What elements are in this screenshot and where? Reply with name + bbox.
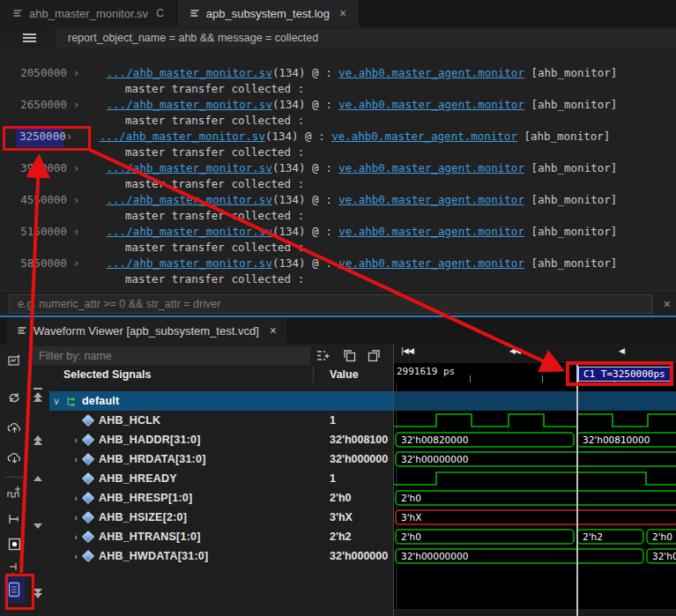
signal-row-ahb-haddr[interactable]: › AHB_HADDR[31:0] 32'h008100: [49, 430, 393, 449]
cloud-download-icon[interactable]: [6, 449, 22, 465]
signal-group-default[interactable]: ∨ default: [49, 391, 393, 411]
svg-text:3'hX: 3'hX: [401, 512, 421, 523]
log-file-icon: [17, 325, 27, 336]
log-timestamp-highlighted[interactable]: 3250000: [16, 126, 63, 147]
expand-caret-icon[interactable]: ›: [73, 194, 79, 206]
menu-icon[interactable]: [23, 32, 36, 44]
chevron-right-icon[interactable]: ›: [71, 551, 81, 561]
page-down-button[interactable]: [33, 589, 42, 598]
signal-row-ahb-hclk[interactable]: AHB_HCLK 1: [49, 411, 393, 430]
log-line-ref: (134) @ :: [272, 225, 332, 238]
source-file-link[interactable]: .../ahb_master_monitor.sv: [107, 225, 272, 238]
scope-link[interactable]: ve.ahb0.master_agent.monitor: [338, 161, 524, 174]
scope-link[interactable]: ve.ahb0.master_agent.monitor: [338, 193, 524, 206]
measure-icon[interactable]: [6, 511, 22, 527]
tab-ahb-master-monitor-sv[interactable]: ahb_master_monitor.sv C: [0, 0, 177, 26]
expand-caret-icon[interactable]: ›: [73, 99, 79, 111]
expand-caret-icon[interactable]: ›: [73, 257, 79, 270]
signal-tree: ∨ default AHB_HCLK 1 › AHB_HADDR[31:0] 3…: [49, 391, 393, 616]
cloud-upload-icon[interactable]: [6, 419, 22, 435]
signal-name: AHB_HADDR[31:0]: [99, 434, 201, 446]
signal-row-ahb-htrans[interactable]: › AHB_HTRANS[1:0] 2'h2: [49, 527, 393, 546]
scope-link[interactable]: ve.ahb0.master_agent.monitor: [338, 98, 524, 111]
transcript-list-icon[interactable]: [4, 576, 25, 603]
signal-row-ahb-hresp[interactable]: › AHB_HRESP[1:0] 2'h0: [49, 488, 393, 508]
column-divider: [313, 367, 314, 383]
log-timestamp[interactable]: 5850000: [19, 256, 67, 271]
chevron-right-icon[interactable]: ›: [71, 434, 81, 445]
horizontal-scrollbar[interactable]: [394, 609, 676, 616]
signal-name: AHB_HSIZE[2:0]: [99, 511, 187, 523]
log-timestamp[interactable]: 5150000: [19, 224, 67, 240]
svg-text:32'h00810000: 32'h00810000: [583, 434, 650, 445]
log-timestamp[interactable]: 4550000: [19, 192, 67, 208]
step-up-button[interactable]: [33, 476, 42, 481]
tab-apb-subsystem-test-log[interactable]: apb_subsystem_test.log ×: [177, 0, 359, 26]
wave-canvas[interactable]: |◀◀ ◀◀ ◀ 2991619 ps 32'h0: [393, 344, 676, 616]
close-icon[interactable]: ×: [270, 323, 277, 338]
log-entry: 4550000› .../ahb_master_monitor.sv(134) …: [19, 192, 676, 224]
chevron-right-icon[interactable]: ›: [71, 512, 81, 523]
cursor-c1-label[interactable]: C1 T=3250000ps: [578, 367, 671, 382]
chevron-right-icon[interactable]: ›: [71, 493, 81, 503]
chevron-right-icon[interactable]: ›: [71, 454, 81, 464]
scope-link[interactable]: ve.ahb0.master_agent.monitor: [338, 66, 524, 79]
add-signal-group-icon[interactable]: [316, 348, 331, 363]
trace-ahb-hwdata: 32'h00000000 32'h00: [396, 549, 676, 563]
signal-row-ahb-hready[interactable]: AHB_HREADY 1: [49, 469, 393, 488]
pulse-icon[interactable]: [6, 485, 22, 501]
log-tag: [ahb_monitor]: [524, 130, 610, 143]
svg-text:32'h00000000: 32'h00000000: [401, 454, 468, 464]
fast-backward-icon[interactable]: ◀◀: [509, 346, 520, 355]
record-icon[interactable]: [6, 536, 22, 552]
source-file-link[interactable]: .../ahb_master_monitor.sv: [107, 66, 272, 79]
snapshot-icon[interactable]: [6, 353, 22, 368]
log-filter-input[interactable]: report_object_name = ahb && message = co…: [56, 28, 676, 48]
log-message: master transfer collected :: [19, 145, 676, 160]
log-file-icon: [12, 8, 23, 19]
tab-waveform-viewer[interactable]: Waveform Viewer [apb_subsystem_test.vcd]…: [7, 317, 286, 344]
log-timestamp[interactable]: 2050000: [19, 65, 67, 81]
source-file-link[interactable]: .../ahb_master_monitor.sv: [107, 98, 272, 111]
expand-caret-icon[interactable]: ›: [73, 67, 79, 79]
scroll-to-top-button[interactable]: [33, 388, 42, 402]
signal-icon: [82, 492, 94, 504]
source-file-link[interactable]: .../ahb_master_monitor.sv: [100, 130, 265, 143]
signal-row-ahb-hrdata[interactable]: › AHB_HRDATA[31:0] 32'h000000: [49, 449, 393, 469]
log-timestamp[interactable]: 2650000: [19, 97, 67, 113]
close-icon[interactable]: ×: [339, 6, 346, 20]
skip-to-start-icon[interactable]: |◀◀: [401, 346, 413, 355]
collapse-all-icon[interactable]: [367, 348, 382, 363]
sync-icon[interactable]: [6, 390, 22, 405]
expand-caret-icon[interactable]: ›: [73, 226, 79, 238]
scope-link[interactable]: ve.ahb0.master_agent.monitor: [338, 256, 524, 270]
signal-filter-input[interactable]: [32, 346, 310, 365]
expand-all-icon[interactable]: [342, 348, 357, 363]
step-down-button[interactable]: [33, 523, 42, 529]
clear-filter-icon[interactable]: ×: [664, 297, 671, 311]
signal-name: AHB_HWDATA[31:0]: [99, 550, 208, 562]
signal-row-ahb-hsize[interactable]: › AHB_HSIZE[2:0] 3'hX: [49, 508, 393, 527]
source-file-link[interactable]: .../ahb_master_monitor.sv: [107, 161, 272, 174]
toolbar-divider: [5, 477, 23, 478]
page-up-button[interactable]: [33, 435, 42, 445]
log-line-ref: (134) @ :: [272, 193, 332, 206]
attribute-filter-row: ×: [0, 291, 676, 315]
scope-link[interactable]: ve.ahb0.master_agent.monitor: [338, 225, 524, 238]
source-file-link[interactable]: .../ahb_master_monitor.sv: [107, 256, 272, 270]
time-cursor[interactable]: [576, 363, 578, 616]
chevron-down-icon[interactable]: ∨: [51, 396, 62, 407]
ruler-tick: [542, 375, 543, 382]
expand-caret-icon[interactable]: ›: [73, 162, 79, 174]
log-timestamp[interactable]: 3950000: [19, 160, 67, 176]
step-backward-icon[interactable]: ◀: [619, 346, 624, 355]
signal-icon: [82, 472, 94, 485]
chevron-right-icon[interactable]: ›: [71, 531, 81, 542]
scope-link[interactable]: ve.ahb0.master_agent.monitor: [331, 130, 517, 143]
signal-row-ahb-hwdata[interactable]: › AHB_HWDATA[31:0] 32'h000000: [49, 546, 393, 566]
source-file-link[interactable]: .../ahb_master_monitor.sv: [107, 193, 272, 206]
ruler-start-time: 2991619 ps: [397, 366, 455, 377]
signal-value: 1: [330, 414, 336, 427]
attribute-filter-input[interactable]: [9, 294, 653, 314]
expand-caret-icon[interactable]: ›: [66, 130, 72, 143]
